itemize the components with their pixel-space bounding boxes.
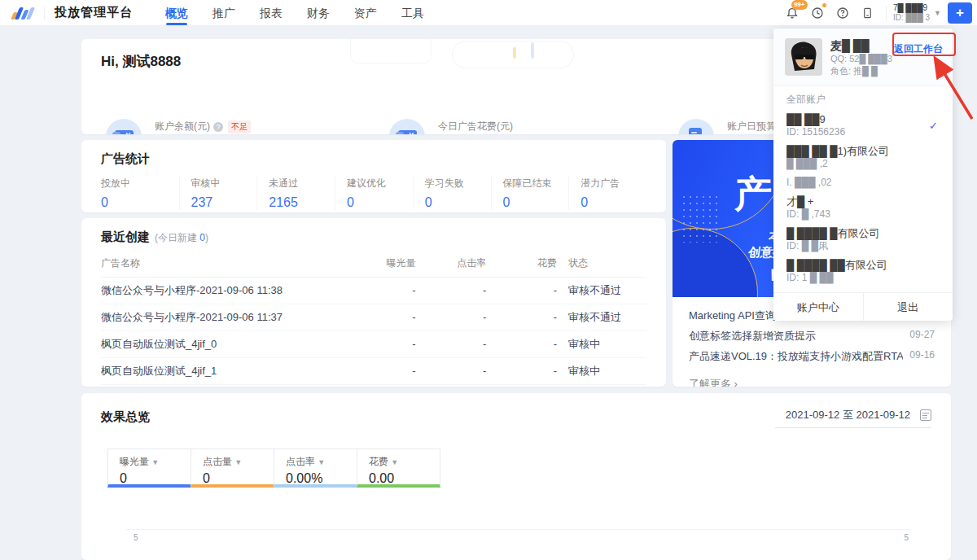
chevron-down-icon: ▼ [391, 458, 398, 466]
metric-tab-clicks[interactable]: 点击量 ▼ 0 [191, 448, 274, 488]
insufficient-badge: 不足 [228, 120, 251, 133]
navbar-divider [886, 6, 887, 20]
table-row[interactable]: 微信公众号与小程序-2021-09-06 11:38---审核不通过 [101, 278, 646, 304]
wallet-icon: ¥ [106, 119, 142, 134]
calendar-icon [920, 409, 931, 421]
date-range-underline [775, 427, 931, 428]
today-cost-stat: ¥ 今日广告花费(元) 0.00 已花费 0.00% [389, 112, 544, 134]
account-list-item[interactable]: I. ███ ,02 [786, 177, 940, 189]
banner-big-text: 产 [734, 169, 772, 220]
balance-label: 账户余额(元) [155, 120, 210, 133]
stat-learning-failed[interactable]: 学习失败0 [413, 177, 491, 210]
overview-title: 效果总览 [101, 409, 150, 425]
main-nav: 概览 推广 报表 财务 资产 工具 [165, 0, 449, 26]
ad-stats-row: 投放中0 审核中237 未通过2165 建议优化0 学习失败0 保障已结束0 潜… [101, 177, 646, 210]
table-row[interactable]: 微信公众号与小程序-2021-09-06 11:37---审核不通过 [101, 304, 646, 331]
table-row[interactable]: 枫页自动版位测试_4jif_1---审核中 [101, 358, 646, 385]
nav-tab-assets[interactable]: 资产 [354, 0, 377, 26]
table-row[interactable]: 腾讯平台与内容媒体、优量汇-2021-08-30 14:47 4iar_0---… [101, 385, 646, 387]
ad-stats-title: 广告统计 [101, 151, 646, 167]
help-icon[interactable] [834, 4, 852, 22]
greeting-text: Hi, 测试8888 [101, 52, 181, 71]
back-to-workspace-button[interactable]: 返回工作台 [894, 42, 943, 56]
col-impressions: 曝光量 [345, 252, 416, 278]
account-dropdown-panel: 麦█ ██ QQ: 52█ ███3 角色: 推█ █ 返回工作台 全部账户 █… [773, 28, 953, 321]
date-range-text: 2021-09-12 至 2021-09-12 [786, 408, 910, 422]
hero-decoration [531, 42, 534, 59]
ad-stats-card: 广告统计 投放中0 审核中237 未通过2165 建议优化0 学习失败0 保障已… [81, 140, 666, 212]
ad-platform-page: { "navbar": { "title": "投放管理平台", "tabs":… [0, 0, 977, 560]
top-navbar: 投放管理平台 概览 推广 报表 财务 资产 工具 99+ 7█ ███9 ID:… [0, 0, 977, 26]
user-id-redacted: ID: ███ 3 [893, 13, 930, 23]
col-cost: 花费 [486, 252, 557, 278]
today-cost-label: 今日广告花费(元) [438, 120, 513, 133]
recent-ads-table: 广告名称 曝光量 点击率 花费 状态 微信公众号与小程序-2021-09-06 … [101, 252, 646, 387]
balance-stat: ¥ 账户余额(元) ? 不足 1.01 充值 [106, 112, 251, 134]
notification-count-badge: 99+ [791, 0, 808, 10]
app-logo-icon[interactable] [11, 5, 34, 21]
history-dot-badge [821, 2, 827, 8]
hero-decoration [350, 39, 432, 63]
recent-subtitle: (今日新建 0) [155, 231, 208, 245]
avatar [785, 38, 822, 76]
account-list-item[interactable]: █ ████ █有限公司 ID: █ █凩 [786, 227, 940, 252]
col-ctr: 点击率 [416, 252, 487, 278]
budget-document-icon [678, 119, 714, 134]
nav-tab-reports[interactable]: 报表 [260, 0, 283, 26]
metric-tab-ctr[interactable]: 点击率 ▼ 0.00% [274, 448, 357, 488]
history-icon[interactable] [808, 4, 826, 22]
chevron-down-icon[interactable]: ▼ [934, 9, 941, 17]
hero-decoration [513, 47, 516, 59]
recent-created-card: 最近创建 (今日新建 0) 广告名称 曝光量 点击率 花费 状态 微信公众号与小… [81, 218, 666, 387]
metric-tab-cost[interactable]: 花费 ▼ 0.00 [357, 448, 440, 488]
account-list: 全部账户 ██ ██9 ID: 15156236 ✓ ███ ██ █1)有限公… [773, 86, 953, 292]
col-ad-name: 广告名称 [101, 252, 345, 278]
col-status: 状态 [557, 252, 646, 278]
performance-overview-card: 效果总览 2021-09-12 至 2021-09-12 曝光量 ▼ 0 点击量… [81, 393, 951, 560]
news-item[interactable]: 产品速递VOL.19：投放端支持小游戏配置RTA策略；游戏行业...09-16 [689, 349, 935, 364]
info-icon[interactable]: ? [213, 122, 223, 132]
chart-tick-left: 5 [134, 533, 138, 542]
all-accounts-label: 全部账户 [786, 93, 940, 107]
learn-more-link[interactable]: 了解更多 › [689, 377, 935, 387]
navbar-divider [44, 7, 45, 20]
nav-tab-overview[interactable]: 概览 [165, 0, 188, 26]
nav-tab-finance[interactable]: 财务 [307, 0, 330, 26]
stat-delivering[interactable]: 投放中0 [101, 177, 179, 210]
account-center-button[interactable]: 账户中心 [773, 293, 864, 321]
chart-axis-line [126, 529, 910, 530]
chart-tick-right: 5 [904, 533, 909, 542]
notification-bell-icon[interactable]: 99+ [783, 4, 801, 22]
chevron-down-icon: ▼ [151, 458, 159, 466]
wallet-icon: ¥ [389, 119, 425, 134]
recent-title: 最近创建 [101, 230, 150, 245]
account-list-item[interactable]: █ ████ ██有限公司 ID: 1 █ ██ [786, 259, 940, 284]
stat-optimize-suggested[interactable]: 建议优化0 [335, 177, 413, 210]
dropdown-footer: 账户中心 退出 [773, 292, 953, 321]
user-account-summary[interactable]: 7█ ███9 ID: ███ 3 [893, 3, 930, 23]
chevron-down-icon: ▼ [234, 458, 242, 466]
create-ad-button[interactable]: + [948, 2, 972, 24]
nav-tab-promotion[interactable]: 推广 [212, 0, 235, 26]
table-row[interactable]: 枫页自动版位测试_4jif_0---审核中 [101, 331, 646, 358]
app-title: 投放管理平台 [55, 5, 133, 20]
date-range-picker[interactable]: 2021-09-12 至 2021-09-12 [786, 408, 931, 422]
stat-guarantee-ended[interactable]: 保障已结束0 [491, 177, 569, 210]
stat-in-review[interactable]: 审核中237 [179, 177, 257, 210]
nav-tab-tools[interactable]: 工具 [401, 0, 424, 26]
mobile-device-icon[interactable] [859, 4, 877, 22]
check-icon: ✓ [929, 120, 938, 132]
metric-tab-impressions[interactable]: 曝光量 ▼ 0 [107, 448, 191, 488]
navbar-right-group: 99+ 7█ ███9 ID: ███ 3 ▼ + [783, 2, 972, 24]
logout-button[interactable]: 退出 [864, 293, 953, 321]
dropdown-user-role: 角色: 推█ █ [830, 65, 941, 77]
metric-tabs: 曝光量 ▼ 0 点击量 ▼ 0 点击率 ▼ 0.00% 花费 ▼ 0.00 [108, 448, 440, 488]
stat-rejected[interactable]: 未通过2165 [256, 177, 335, 210]
stat-potential-ads[interactable]: 潜力广告0 [568, 177, 646, 210]
dropdown-user-header: 麦█ ██ QQ: 52█ ███3 角色: 推█ █ 返回工作台 [773, 28, 953, 86]
account-list-item[interactable]: ███ ██ █1)有限公司 █ ███ ,2 [786, 145, 940, 170]
account-list-item[interactable]: ██ ██9 ID: 15156236 ✓ [786, 113, 940, 138]
account-list-item[interactable]: 才█ + ID: █ ,743 [786, 195, 940, 221]
table-header-row: 广告名称 曝光量 点击率 花费 状态 [101, 252, 646, 278]
news-item[interactable]: 创意标签选择新增资质提示09-27 [689, 329, 935, 343]
